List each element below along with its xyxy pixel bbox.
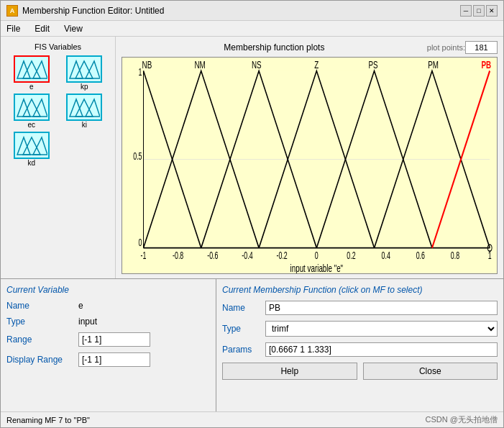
fis-label-kp: kp <box>81 83 88 91</box>
type-row: Type input <box>6 317 210 327</box>
membership-chart: NB NM NS Z PS PM PB 1 0.5 <box>122 58 497 273</box>
mf-type-select[interactable]: trimf trapmf gaussmf gauss2mf <box>265 321 498 337</box>
svg-text:-0.2: -0.2 <box>277 250 288 260</box>
fis-icon-ec <box>16 96 47 118</box>
svg-marker-14 <box>33 137 47 155</box>
maximize-button[interactable]: □ <box>473 5 485 17</box>
type-label: Type <box>6 317 78 327</box>
plot-points-input[interactable] <box>465 41 498 54</box>
fis-item-kp[interactable]: kp <box>60 55 110 91</box>
svg-marker-11 <box>86 99 100 117</box>
svg-text:1: 1 <box>139 66 142 77</box>
fis-icon-kd <box>16 135 47 156</box>
menu-bar: File Edit View <box>1 21 503 37</box>
fis-box-kd[interactable] <box>14 132 50 159</box>
current-variable-panel: Current Variable Name e Type input Range… <box>1 279 216 411</box>
svg-text:-0.6: -0.6 <box>207 250 218 260</box>
fis-box-ec[interactable] <box>14 94 50 121</box>
range-label: Range <box>6 334 78 345</box>
svg-text:NM: NM <box>194 58 205 71</box>
mf-name-input[interactable] <box>265 301 498 315</box>
menu-file[interactable]: File <box>4 23 23 35</box>
mf-type-row: Type trimf trapmf gaussmf gauss2mf <box>222 321 498 337</box>
title-bar-left: A Membership Function Editor: Untitled <box>6 5 164 17</box>
mf-name-label: Name <box>222 303 265 313</box>
display-range-row: Display Range <box>6 352 210 367</box>
close-button[interactable]: Close <box>363 363 498 380</box>
mf-params-row: Params <box>222 342 498 357</box>
svg-text:NB: NB <box>142 58 152 71</box>
svg-marker-5 <box>86 61 100 78</box>
fis-item-kd[interactable]: kd <box>6 132 57 167</box>
mf-type-label: Type <box>222 324 265 334</box>
status-text: Renaming MF 7 to "PB" <box>6 416 90 424</box>
fis-variables-grid: e kp <box>6 55 109 167</box>
svg-text:PS: PS <box>368 58 377 71</box>
window-title: Membership Function Editor: Untitled <box>22 6 164 16</box>
range-row: Range <box>6 332 210 347</box>
svg-marker-2 <box>33 61 47 78</box>
help-button[interactable]: Help <box>222 363 357 380</box>
svg-text:PB: PB <box>481 58 491 71</box>
fis-label-ki: ki <box>82 121 87 129</box>
menu-view[interactable]: View <box>61 23 86 35</box>
svg-text:-0.8: -0.8 <box>173 250 183 260</box>
fis-item-ec[interactable]: ec <box>6 94 57 129</box>
name-value: e <box>78 301 83 311</box>
main-window: A Membership Function Editor: Untitled ─… <box>0 0 504 428</box>
current-mf-panel: Current Membership Function (click on MF… <box>216 279 503 411</box>
svg-text:0.6: 0.6 <box>416 250 425 260</box>
mf-params-label: Params <box>222 345 265 355</box>
app-icon: A <box>6 5 18 17</box>
display-range-label: Display Range <box>6 355 78 365</box>
fis-variables-panel: FIS Variables e <box>1 37 116 278</box>
name-row: Name e <box>6 301 210 311</box>
svg-text:NS: NS <box>252 58 262 71</box>
mf-name-row: Name <box>222 301 498 315</box>
svg-text:0.2: 0.2 <box>347 250 355 260</box>
range-input[interactable] <box>78 332 150 347</box>
mf-params-input[interactable] <box>265 342 498 357</box>
fis-box-e[interactable] <box>14 55 50 83</box>
fis-variables-title: FIS Variables <box>6 42 109 51</box>
svg-text:0.4: 0.4 <box>382 250 391 260</box>
svg-text:PM: PM <box>428 58 439 71</box>
type-value: input <box>78 317 97 327</box>
menu-edit[interactable]: Edit <box>32 23 52 35</box>
name-label: Name <box>6 301 78 311</box>
mf-buttons: Help Close <box>222 363 498 380</box>
svg-marker-8 <box>33 99 47 117</box>
current-mf-title: Current Membership Function (click on MF… <box>222 285 498 295</box>
svg-text:0: 0 <box>139 236 142 247</box>
title-bar: A Membership Function Editor: Untitled ─… <box>1 1 503 21</box>
fis-label-e: e <box>29 83 34 91</box>
status-bar: Renaming MF 7 to "PB" CSDN @无头拍地僧 <box>1 411 503 427</box>
fis-box-kp[interactable] <box>66 55 102 83</box>
display-range-input[interactable] <box>78 352 150 367</box>
bottom-section: Current Variable Name e Type input Range… <box>1 278 503 411</box>
svg-text:-1: -1 <box>141 250 147 260</box>
fis-label-ec: ec <box>27 121 35 129</box>
main-content: FIS Variables e <box>1 37 503 278</box>
fis-item-e[interactable]: e <box>6 55 57 91</box>
plot-header: Membership function plots plot points: <box>122 41 498 54</box>
plot-title: Membership function plots <box>122 42 427 53</box>
fis-box-ki[interactable] <box>66 94 102 121</box>
plot-points-label: plot points: <box>427 43 465 52</box>
fis-icon-ki <box>68 96 100 118</box>
fis-icon-e <box>16 58 47 80</box>
current-variable-title: Current Variable <box>6 285 210 295</box>
fis-icon-kp <box>68 58 100 80</box>
minimize-button[interactable]: ─ <box>460 5 472 17</box>
chart-panel: Membership function plots plot points: N… <box>116 37 503 278</box>
svg-text:-0.4: -0.4 <box>242 250 253 260</box>
window-controls: ─ □ ✕ <box>460 5 498 17</box>
fis-label-kd: kd <box>27 159 35 167</box>
svg-text:0.8: 0.8 <box>451 250 459 260</box>
svg-text:input variable "e": input variable "e" <box>290 262 344 273</box>
chart-area[interactable]: NB NM NS Z PS PM PB 1 0.5 <box>122 57 498 274</box>
watermark: CSDN @无头拍地僧 <box>426 414 498 425</box>
svg-text:0.5: 0.5 <box>133 150 142 160</box>
fis-item-ki[interactable]: ki <box>60 94 110 129</box>
close-button[interactable]: ✕ <box>486 5 498 17</box>
